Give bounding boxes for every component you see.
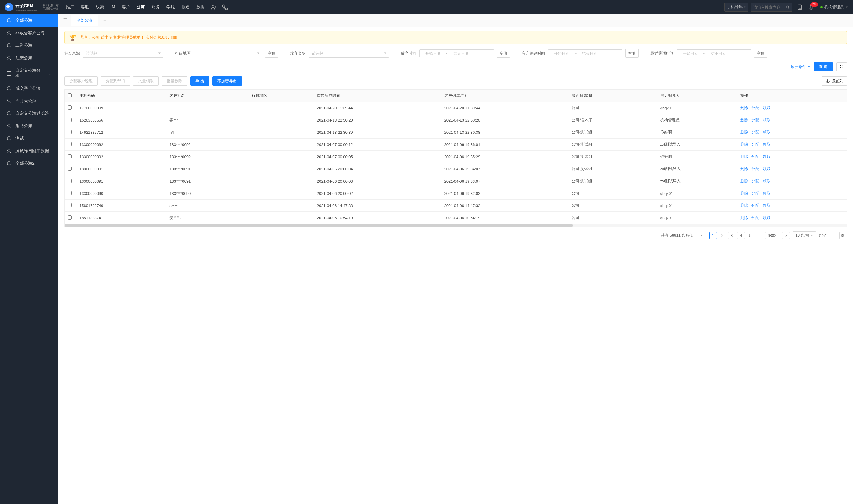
nav-item[interactable]: IM bbox=[110, 4, 115, 10]
row-checkbox[interactable] bbox=[68, 215, 72, 219]
row-claim[interactable]: 领取 bbox=[763, 166, 770, 171]
row-checkbox[interactable] bbox=[68, 142, 72, 146]
sidebar-item[interactable]: 非成交客户公海 bbox=[0, 27, 58, 39]
tab-active[interactable]: 全部公海 bbox=[72, 15, 98, 26]
export-plain-button[interactable]: 不加密导出 bbox=[212, 76, 242, 86]
bell-icon[interactable]: 99+ bbox=[808, 4, 814, 10]
search-icon[interactable] bbox=[785, 5, 790, 10]
assign-manager-button[interactable]: 分配客户经理 bbox=[64, 76, 98, 86]
create-time-null-button[interactable]: 空值 bbox=[625, 49, 638, 58]
row-checkbox[interactable] bbox=[68, 154, 72, 159]
expand-filters[interactable]: 展开条件 ▼ bbox=[791, 64, 810, 69]
row-checkbox[interactable] bbox=[68, 166, 72, 171]
batch-delete-button[interactable]: 批量删除 bbox=[162, 76, 187, 86]
admin-region-select[interactable] bbox=[194, 52, 262, 55]
row-checkbox[interactable] bbox=[68, 203, 72, 207]
assign-dept-button[interactable]: 分配到部门 bbox=[101, 76, 130, 86]
row-claim[interactable]: 领取 bbox=[763, 142, 770, 147]
last-call-end[interactable] bbox=[708, 51, 729, 56]
nav-item[interactable]: 财务 bbox=[151, 4, 160, 10]
row-claim[interactable]: 领取 bbox=[763, 130, 770, 134]
sidebar-item[interactable]: 二咨公海 bbox=[0, 39, 58, 52]
last-call-start[interactable] bbox=[680, 51, 701, 56]
row-delete[interactable]: 删除 bbox=[740, 154, 748, 159]
nav-item[interactable]: 报名 bbox=[181, 4, 190, 10]
row-claim[interactable]: 领取 bbox=[763, 203, 770, 208]
row-delete[interactable]: 删除 bbox=[740, 179, 748, 183]
create-start[interactable] bbox=[551, 51, 572, 56]
batch-claim-button[interactable]: 批量领取 bbox=[133, 76, 159, 86]
last-page[interactable]: 6882 bbox=[765, 232, 779, 239]
abandon-time-range[interactable]: ~ bbox=[419, 50, 494, 57]
page-number[interactable]: 3 bbox=[728, 232, 736, 239]
select-all-checkbox[interactable] bbox=[68, 93, 72, 97]
row-assign[interactable]: 分配 bbox=[751, 154, 759, 159]
search-type-select[interactable]: 手机号码 ▼ bbox=[724, 3, 748, 12]
tab-add[interactable]: + bbox=[98, 17, 112, 23]
create-end[interactable] bbox=[579, 51, 600, 56]
prev-page[interactable]: < bbox=[699, 232, 706, 239]
row-assign[interactable]: 分配 bbox=[751, 203, 759, 208]
refresh-button[interactable] bbox=[836, 62, 847, 71]
nav-item[interactable]: 学服 bbox=[166, 4, 175, 10]
row-assign[interactable]: 分配 bbox=[751, 179, 759, 183]
row-claim[interactable]: 领取 bbox=[763, 154, 770, 159]
row-assign[interactable]: 分配 bbox=[751, 142, 759, 147]
sidebar-item[interactable]: 全部公海 bbox=[0, 14, 58, 27]
sidebar-item[interactable]: 消防公海 bbox=[0, 120, 58, 132]
sidebar-item[interactable]: 五月天公海 bbox=[0, 95, 58, 107]
page-number[interactable]: 1 bbox=[709, 232, 717, 239]
row-delete[interactable]: 删除 bbox=[740, 118, 748, 122]
sidebar-item[interactable]: 测试 bbox=[0, 132, 58, 145]
row-claim[interactable]: 领取 bbox=[763, 191, 770, 195]
row-delete[interactable]: 删除 bbox=[740, 191, 748, 195]
row-checkbox[interactable] bbox=[68, 105, 72, 110]
row-checkbox[interactable] bbox=[68, 130, 72, 134]
create-time-range[interactable]: ~ bbox=[548, 50, 622, 57]
tab-list-icon[interactable] bbox=[58, 18, 72, 23]
row-delete[interactable]: 删除 bbox=[740, 166, 748, 171]
sidebar-item[interactable]: 成交客户公海 bbox=[0, 82, 58, 95]
nav-item[interactable]: 推广 bbox=[66, 4, 74, 10]
sidebar-item[interactable]: 注安公海 bbox=[0, 52, 58, 64]
nav-item[interactable]: 线索 bbox=[96, 4, 104, 10]
row-delete[interactable]: 删除 bbox=[740, 215, 748, 220]
page-number[interactable]: 4 bbox=[737, 232, 745, 239]
nav-item[interactable]: 客户 bbox=[122, 4, 130, 10]
nav-item[interactable]: 公海 bbox=[137, 4, 145, 10]
row-claim[interactable]: 领取 bbox=[763, 105, 770, 110]
row-checkbox[interactable] bbox=[68, 118, 72, 122]
horizontal-scrollbar[interactable] bbox=[65, 224, 847, 227]
search-input[interactable] bbox=[753, 5, 785, 10]
friend-source-select[interactable]: 请选择 bbox=[83, 49, 163, 58]
row-checkbox[interactable] bbox=[68, 191, 72, 195]
last-call-null-button[interactable]: 空值 bbox=[754, 49, 767, 58]
abandon-time-null-button[interactable]: 空值 bbox=[497, 49, 510, 58]
sidebar-item[interactable]: 自定义公海分组⌄ bbox=[0, 64, 58, 82]
last-call-range[interactable]: ~ bbox=[677, 50, 751, 57]
sidebar-item[interactable]: 全部公海2 bbox=[0, 157, 58, 170]
row-delete[interactable]: 删除 bbox=[740, 130, 748, 134]
export-button[interactable]: 导 出 bbox=[190, 76, 210, 86]
query-button[interactable]: 查 询 bbox=[814, 62, 833, 71]
user-add-icon[interactable] bbox=[211, 4, 217, 10]
sidebar-item[interactable]: 测试昨日回库数据 bbox=[0, 145, 58, 157]
row-delete[interactable]: 删除 bbox=[740, 105, 748, 110]
jump-input[interactable] bbox=[828, 232, 840, 239]
page-number[interactable]: 5 bbox=[747, 232, 754, 239]
row-assign[interactable]: 分配 bbox=[751, 105, 759, 110]
row-assign[interactable]: 分配 bbox=[751, 191, 759, 195]
row-checkbox[interactable] bbox=[68, 179, 72, 183]
page-size-select[interactable]: 10 条/页 ▼ bbox=[793, 231, 816, 239]
row-assign[interactable]: 分配 bbox=[751, 166, 759, 171]
column-settings[interactable]: 设置列 bbox=[822, 76, 847, 86]
row-assign[interactable]: 分配 bbox=[751, 130, 759, 134]
phone-icon[interactable] bbox=[222, 4, 228, 10]
user-menu[interactable]: 机构管理员 ▼ bbox=[820, 4, 848, 10]
row-claim[interactable]: 领取 bbox=[763, 215, 770, 220]
region-null-button[interactable]: 空值 bbox=[265, 49, 278, 58]
row-claim[interactable]: 领取 bbox=[763, 179, 770, 183]
abandon-type-select[interactable]: 请选择 bbox=[309, 49, 389, 58]
page-number[interactable]: 2 bbox=[719, 232, 726, 239]
row-assign[interactable]: 分配 bbox=[751, 215, 759, 220]
